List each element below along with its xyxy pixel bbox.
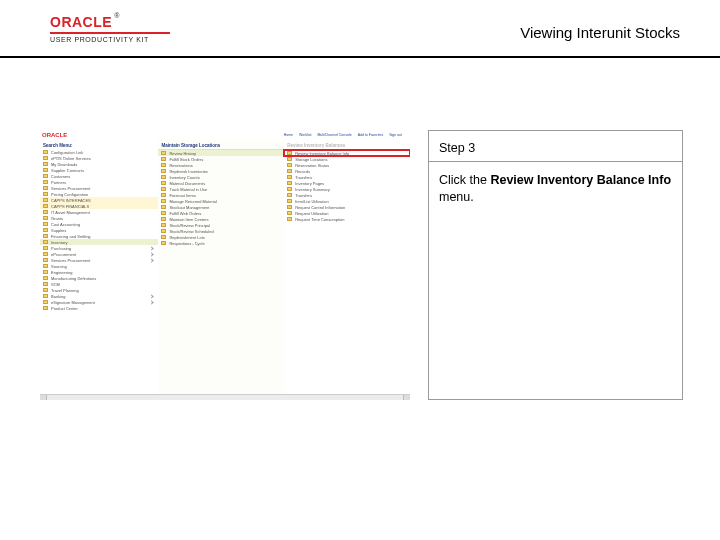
mini-tab[interactable]: Sign out [389,133,402,137]
content-area: ORACLE Home Worklist MultiChannel Consol… [40,130,683,400]
instr-suffix: menu. [439,190,474,204]
folder-icon [43,288,48,292]
brand-underline [50,32,170,34]
screenshot-thumbnail: ORACLE Home Worklist MultiChannel Consol… [40,130,410,400]
folder-icon [161,217,166,221]
list-item[interactable]: Requisitions - Cycle [158,240,284,246]
folder-icon [161,199,166,203]
oracle-logo: ORACLE® USER PRODUCTIVITY KIT [50,12,170,43]
folder-icon [43,216,48,220]
folder-icon [287,169,292,173]
instr-prefix: Click the [439,173,490,187]
folder-icon [43,234,48,238]
folder-icon [161,205,166,209]
instr-bold: Review Inventory Balance Info [490,173,671,187]
mini-col-heading: Maintain Storage Locations [158,142,284,150]
folder-icon [287,157,292,161]
header-rule [0,56,720,58]
folder-icon [161,163,166,167]
folder-icon [43,246,48,250]
mini-search-label: Search Menu: [40,142,158,149]
mini-col-left: Search Menu: Configuration Link ePOS Onl… [40,140,158,400]
folder-icon [43,156,48,160]
folder-icon [43,264,48,268]
header: ORACLE® USER PRODUCTIVITY KIT Viewing In… [0,0,720,60]
folder-icon [287,163,292,167]
folder-icon [287,193,292,197]
folder-icon [287,205,292,209]
folder-icon [161,193,166,197]
brand-word: ORACLE [50,14,112,30]
folder-icon [161,151,166,155]
mini-tab[interactable]: Add to Favorites [358,133,383,137]
folder-icon [43,294,48,298]
chevron-right-icon [150,258,154,262]
folder-icon [43,192,48,196]
mini-col-heading: Review Inventory Balances [284,142,410,150]
folder-icon [161,223,166,227]
folder-icon [161,235,166,239]
instruction-text: Click the Review Inventory Balance Info … [429,162,682,216]
folder-icon [43,186,48,190]
chevron-right-icon [150,294,154,298]
page-title: Viewing Interunit Stocks [520,24,680,41]
folder-icon [287,217,292,221]
folder-icon [287,181,292,185]
folder-icon [43,258,48,262]
folder-icon [43,180,48,184]
list-item[interactable]: Product Center [40,305,158,311]
folder-icon [161,241,166,245]
folder-icon [161,229,166,233]
folder-icon [161,175,166,179]
folder-icon [287,211,292,215]
brand-subtitle: USER PRODUCTIVITY KIT [50,36,170,43]
folder-icon [43,174,48,178]
folder-icon [43,168,48,172]
folder-icon [43,204,48,208]
folder-icon [161,187,166,191]
folder-icon [43,276,48,280]
folder-icon [287,175,292,179]
folder-icon [43,252,48,256]
mini-col-mid: Maintain Storage Locations Review Histor… [158,140,284,400]
folder-icon [43,240,48,244]
instruction-panel: Step 3 Click the Review Inventory Balanc… [428,130,683,400]
folder-icon [43,210,48,214]
folder-icon [43,222,48,226]
folder-icon [161,157,166,161]
chevron-right-icon [150,252,154,256]
folder-icon [43,228,48,232]
mini-brand: ORACLE [42,132,67,138]
folder-icon [287,187,292,191]
folder-icon [161,181,166,185]
folder-icon [43,198,48,202]
folder-icon [43,306,48,310]
step-label: Step 3 [429,131,682,162]
list-item[interactable]: Request Time Consumption [284,216,410,222]
folder-icon [43,270,48,274]
horizontal-scrollbar[interactable] [40,394,410,400]
trademark-icon: ® [114,12,119,19]
folder-icon [43,150,48,154]
chevron-right-icon [150,246,154,250]
folder-icon [287,199,292,203]
mini-tab[interactable]: Home [284,133,293,137]
mini-tab[interactable]: Worklist [299,133,311,137]
mini-topbar: ORACLE Home Worklist MultiChannel Consol… [40,130,410,140]
folder-icon [43,162,48,166]
folder-icon [161,169,166,173]
folder-icon [43,282,48,286]
mini-col-right: Review Inventory Balances Review Invento… [284,140,410,400]
mini-tab[interactable]: MultiChannel Console [317,133,351,137]
folder-icon [161,211,166,215]
folder-icon [43,300,48,304]
mini-top-tabs: Home Worklist MultiChannel Console Add t… [67,133,410,137]
folder-icon [287,151,292,155]
chevron-right-icon [150,300,154,304]
